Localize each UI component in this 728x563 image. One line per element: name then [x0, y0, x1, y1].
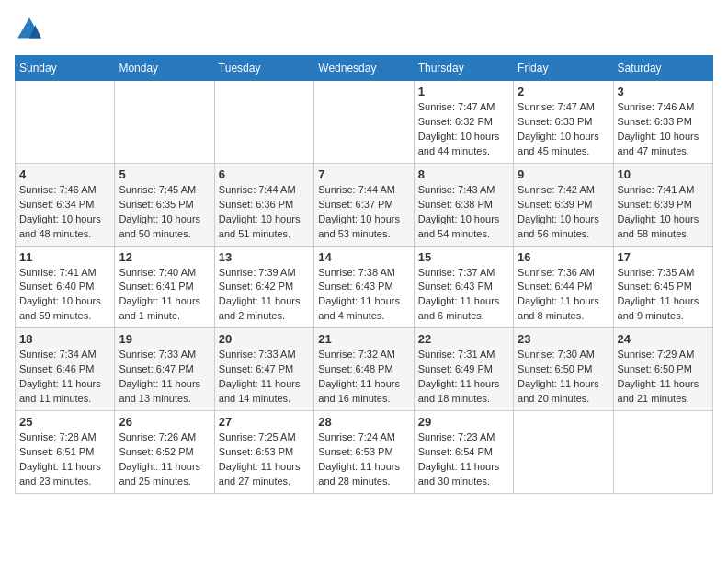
calendar-cell: 9Sunrise: 7:42 AMSunset: 6:39 PMDaylight… [514, 163, 613, 246]
calendar-cell: 21Sunrise: 7:32 AMSunset: 6:48 PMDayligh… [314, 328, 414, 411]
calendar-cell [16, 81, 115, 164]
calendar-cell: 28Sunrise: 7:24 AMSunset: 6:53 PMDayligh… [314, 411, 414, 494]
day-info: Sunrise: 7:44 AMSunset: 6:37 PMDaylight:… [318, 183, 409, 242]
calendar-cell: 2Sunrise: 7:47 AMSunset: 6:33 PMDaylight… [514, 81, 613, 164]
weekday-header-tuesday: Tuesday [214, 56, 313, 81]
calendar-cell: 6Sunrise: 7:44 AMSunset: 6:36 PMDaylight… [214, 163, 313, 246]
day-number: 23 [518, 332, 609, 346]
day-number: 10 [618, 167, 709, 181]
day-info-line: Sunset: 6:33 PM [518, 116, 592, 127]
day-info-line: Sunset: 6:50 PM [518, 363, 592, 374]
day-info-line: Daylight: 11 hours [219, 378, 301, 389]
day-info-line: Daylight: 10 hours [219, 213, 301, 224]
day-info-line: Daylight: 11 hours [119, 461, 200, 472]
day-info-line: Sunrise: 7:47 AM [518, 101, 595, 112]
day-info-line: Daylight: 11 hours [418, 295, 500, 306]
day-number: 21 [318, 332, 409, 346]
day-info-line: Daylight: 11 hours [219, 461, 301, 472]
day-info-line: Daylight: 11 hours [219, 295, 301, 306]
day-info-line: Sunrise: 7:36 AM [518, 267, 595, 278]
day-info: Sunrise: 7:32 AMSunset: 6:48 PMDaylight:… [318, 348, 409, 407]
day-info: Sunrise: 7:43 AMSunset: 6:38 PMDaylight:… [418, 183, 509, 242]
day-info-line: and 16 minutes. [318, 393, 390, 404]
header [15, 15, 713, 44]
calendar-cell [314, 81, 414, 164]
day-info-line: and 47 minutes. [618, 145, 689, 156]
day-number: 6 [219, 167, 310, 181]
day-info: Sunrise: 7:25 AMSunset: 6:53 PMDaylight:… [219, 431, 310, 489]
day-info-line: and 23 minutes. [19, 476, 91, 487]
day-info-line: and 30 minutes. [418, 476, 490, 487]
day-info-line: and 53 minutes. [318, 228, 390, 239]
day-info-line: Sunrise: 7:35 AM [618, 267, 695, 278]
day-info-line: Daylight: 11 hours [119, 295, 200, 306]
week-row-5: 25Sunrise: 7:28 AMSunset: 6:51 PMDayligh… [16, 411, 713, 494]
calendar-cell [115, 81, 214, 164]
day-info: Sunrise: 7:42 AMSunset: 6:39 PMDaylight:… [518, 183, 609, 242]
day-info-line: and 44 minutes. [418, 145, 490, 156]
day-number: 20 [219, 332, 310, 346]
day-info-line: Sunset: 6:49 PM [418, 363, 493, 374]
day-info-line: Daylight: 10 hours [318, 213, 400, 224]
day-number: 4 [19, 167, 110, 181]
day-number: 13 [219, 250, 310, 264]
day-info-line: Daylight: 10 hours [618, 213, 700, 224]
day-info-line: Sunset: 6:34 PM [19, 199, 94, 210]
day-info-line: Sunrise: 7:34 AM [19, 349, 97, 360]
day-info-line: Sunrise: 7:46 AM [19, 184, 97, 195]
day-info: Sunrise: 7:37 AMSunset: 6:43 PMDaylight:… [418, 266, 509, 325]
day-info: Sunrise: 7:39 AMSunset: 6:42 PMDaylight:… [219, 266, 310, 325]
day-info-line: and 11 minutes. [19, 393, 91, 404]
day-info-line: Sunrise: 7:23 AM [418, 431, 495, 442]
day-info-line: Sunset: 6:51 PM [19, 446, 94, 457]
day-info-line: and 21 minutes. [618, 393, 689, 404]
day-number: 28 [318, 415, 409, 429]
day-info-line: and 6 minutes. [418, 310, 484, 321]
day-info-line: and 9 minutes. [618, 310, 684, 321]
day-info-line: and 2 minutes. [219, 310, 285, 321]
day-info-line: Sunrise: 7:29 AM [618, 349, 695, 360]
calendar-cell: 19Sunrise: 7:33 AMSunset: 6:47 PMDayligh… [115, 328, 214, 411]
day-info: Sunrise: 7:24 AMSunset: 6:53 PMDaylight:… [318, 431, 409, 489]
day-info: Sunrise: 7:41 AMSunset: 6:39 PMDaylight:… [618, 183, 709, 242]
day-info-line: Daylight: 10 hours [618, 131, 700, 142]
day-info: Sunrise: 7:35 AMSunset: 6:45 PMDaylight:… [618, 266, 709, 325]
calendar-cell: 15Sunrise: 7:37 AMSunset: 6:43 PMDayligh… [414, 246, 513, 328]
calendar-cell: 1Sunrise: 7:47 AMSunset: 6:32 PMDaylight… [414, 81, 513, 164]
day-info-line: Daylight: 10 hours [518, 131, 599, 142]
day-info-line: Daylight: 10 hours [119, 213, 200, 224]
calendar-cell: 10Sunrise: 7:41 AMSunset: 6:39 PMDayligh… [613, 163, 712, 246]
calendar-cell: 18Sunrise: 7:34 AMSunset: 6:46 PMDayligh… [16, 328, 115, 411]
day-info-line: Sunset: 6:47 PM [219, 363, 293, 374]
day-info: Sunrise: 7:41 AMSunset: 6:40 PMDaylight:… [19, 266, 110, 325]
calendar-cell [613, 411, 712, 494]
day-info-line: Sunrise: 7:33 AM [219, 349, 296, 360]
day-info-line: and 58 minutes. [618, 228, 689, 239]
logo-icon [15, 15, 44, 44]
day-info-line: and 54 minutes. [418, 228, 490, 239]
day-info-line: Daylight: 11 hours [518, 378, 599, 389]
weekday-header-sunday: Sunday [16, 56, 115, 81]
day-info-line: Sunrise: 7:40 AM [119, 267, 196, 278]
day-info-line: Sunset: 6:41 PM [119, 281, 193, 292]
day-info-line: Sunrise: 7:41 AM [19, 267, 97, 278]
calendar-cell: 23Sunrise: 7:30 AMSunset: 6:50 PMDayligh… [514, 328, 613, 411]
day-number: 24 [618, 332, 709, 346]
day-info-line: Sunset: 6:43 PM [318, 281, 392, 292]
day-info-line: Daylight: 10 hours [518, 213, 599, 224]
calendar-cell: 27Sunrise: 7:25 AMSunset: 6:53 PMDayligh… [214, 411, 313, 494]
day-info-line: Sunset: 6:46 PM [19, 363, 94, 374]
week-row-4: 18Sunrise: 7:34 AMSunset: 6:46 PMDayligh… [16, 328, 713, 411]
day-info-line: Daylight: 11 hours [318, 461, 400, 472]
day-info-line: Sunset: 6:40 PM [19, 281, 94, 292]
day-info: Sunrise: 7:47 AMSunset: 6:33 PMDaylight:… [518, 100, 609, 159]
day-info-line: Sunrise: 7:47 AM [418, 101, 495, 112]
day-info-line: Daylight: 11 hours [19, 378, 101, 389]
day-info-line: Sunrise: 7:32 AM [318, 349, 395, 360]
day-info-line: Sunset: 6:39 PM [518, 199, 592, 210]
day-info-line: and 18 minutes. [418, 393, 490, 404]
day-info-line: Daylight: 10 hours [19, 295, 101, 306]
day-info: Sunrise: 7:23 AMSunset: 6:54 PMDaylight:… [418, 431, 509, 489]
calendar-cell: 13Sunrise: 7:39 AMSunset: 6:42 PMDayligh… [214, 246, 313, 328]
day-info-line: Sunset: 6:47 PM [119, 363, 193, 374]
